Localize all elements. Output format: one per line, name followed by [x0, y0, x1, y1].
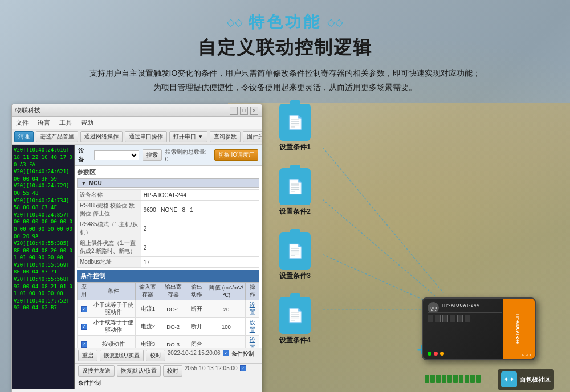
menu-help[interactable]: 帮助	[79, 118, 95, 128]
param-label: RS485规格 校验位 数据位 停止位	[78, 201, 141, 219]
log-entry: V20][10:40:24:621]	[14, 168, 72, 175]
connector	[465, 315, 470, 322]
search-button[interactable]: 搜索	[142, 149, 162, 161]
condition-card-3: 📄 设置条件3	[279, 232, 311, 281]
port-button[interactable]: 通过串口操作	[125, 131, 167, 142]
description: 支持用户自主设置触发IO变化的条件，用户只需简单修改条件控制寄存器的相关参数，即…	[28, 66, 542, 95]
terminal	[425, 375, 429, 383]
condition-card-4: 📄 设置条件4	[279, 297, 311, 345]
menu-language[interactable]: 语言	[36, 118, 52, 128]
log-entry: 00 00 04 3F 59	[14, 175, 72, 183]
calibrate2-button[interactable]: 校时	[163, 365, 182, 377]
clear-button[interactable]: 清理	[14, 131, 34, 142]
terminal-blocks	[425, 375, 481, 383]
main-panel: 设备 搜索 搜索到的总数量: 0 切换 IO调度厂 参数区 ▼ MCU	[75, 145, 262, 389]
terminal	[442, 375, 446, 383]
param-value: 2	[141, 219, 259, 238]
terminal	[436, 375, 441, 383]
svg-line-0	[323, 148, 443, 293]
table-row: RS485模式（1.主机/从机） 2	[78, 219, 259, 238]
condition-control-checkbox[interactable]	[223, 350, 229, 356]
table-row: Modbus地址 17	[78, 257, 259, 268]
product-button[interactable]: 进选产品首里	[36, 131, 78, 142]
condition-control2-checkbox[interactable]	[240, 365, 246, 371]
log-entry: V20][10:40:55:568]	[14, 276, 72, 283]
mcu-section-header: ▼ MCU	[77, 178, 259, 188]
io-switch-button[interactable]: 切换 IO调度厂	[214, 149, 258, 161]
desc-line2: 为项目管理提供便捷性，令设备使用起来更灵活，从而适用更多场景需要。	[153, 83, 417, 92]
param-label: 组止供件状态（1.一直供成2.断路时、断电）	[78, 238, 141, 257]
table-header-row: 应用 条件 输入寄存器 输出寄存器 输出动作 阈值 (mA/mV/℃) 操作	[78, 283, 259, 300]
row-input: 电流3	[136, 336, 160, 348]
send-config-button[interactable]: 设搜并发送	[78, 365, 115, 377]
checkbox[interactable]	[81, 324, 87, 330]
query-button[interactable]: 查询参数	[210, 131, 241, 142]
feature-title: 特色功能	[249, 11, 321, 33]
terminal	[470, 375, 475, 383]
card-icon-2: 📄	[279, 168, 311, 205]
checkbox[interactable]	[81, 306, 87, 312]
mcu-expand-icon: ▼	[81, 180, 87, 186]
row-input: 电流1	[136, 300, 160, 318]
terminal	[447, 375, 452, 383]
network-button[interactable]: 通过网络操作	[80, 131, 123, 142]
window-buttons: ─ □ ×	[230, 107, 258, 115]
close-button[interactable]: ×	[250, 107, 258, 115]
svg-line-1	[323, 200, 438, 299]
menu-file[interactable]: 文件	[14, 118, 30, 128]
checkbox[interactable]	[81, 341, 87, 348]
row-config: 设置	[246, 336, 259, 348]
community-badge: ✦✦ 面包板社区	[498, 369, 554, 390]
document-icon-2: 📄	[287, 179, 304, 195]
row-apply	[78, 336, 91, 348]
params-title: 参数区	[77, 168, 259, 177]
row-condition: 按顿动作	[91, 336, 135, 348]
bottom-toolbar: 重启 恢复默认/实置 校时 2022-10-12 15:20:06 条件控制	[75, 348, 262, 363]
connector	[435, 315, 441, 322]
community-icon: ✦✦	[503, 375, 515, 383]
firmware-button[interactable]: 固件升级	[243, 131, 262, 142]
restore2-button[interactable]: 恢复默认/仪置	[117, 365, 161, 377]
open-port-button[interactable]: 打开串口 ▼	[169, 131, 207, 142]
calibrate-button[interactable]: 校时	[146, 350, 165, 361]
log-entry: V20][10:40:55:569]	[14, 262, 72, 269]
condition-cards: 📄 设置条件1 📄 设置条件2 📄 设置条件3	[279, 104, 311, 345]
col-apply: 应用	[78, 283, 91, 300]
maximize-button[interactable]: □	[240, 107, 248, 115]
card-icon-3: 📄	[279, 232, 311, 270]
timestamp: 2022-10-12 15:20:06	[168, 350, 221, 361]
log-entry: 8E 00 04 A3 71	[14, 268, 72, 276]
led-green	[427, 352, 431, 356]
timestamp2: 2055-10-13 12:05:00	[185, 365, 238, 377]
bottom-toolbar2: 设搜并发送 恢复默认/仪置 校时 2055-10-13 12:05:00 条件控…	[75, 363, 262, 389]
document-icon-1: 📄	[287, 115, 304, 130]
row-input: 电流2	[136, 318, 160, 336]
row-apply	[78, 300, 91, 318]
device-row: 设备 搜索 搜索到的总数量: 0 切换 IO调度厂	[75, 145, 262, 166]
page-content: ◇◇ 特色功能 ◇◇ 自定义联动控制逻辑 支持用户自主设置触发IO变化的条件，用…	[0, 0, 570, 392]
main-toolbar: 清理 进选产品首里 通过网络操作 通过串口操作 打开串口 ▼ 查询参数 固件升级	[12, 129, 262, 145]
terminal	[459, 375, 463, 383]
restore-button[interactable]: 恢复默认/实置	[100, 350, 144, 361]
device-indicators	[427, 352, 444, 356]
device-divider	[427, 312, 502, 313]
row-apply	[78, 318, 91, 336]
terminal	[430, 375, 435, 383]
log-entry: 00 00 00 00 00 00 00 00 00 00 00 00 00	[14, 218, 72, 232]
log-entry: V20][10:40:57:752]	[14, 297, 72, 305]
device-select[interactable]	[94, 150, 139, 160]
restart-button[interactable]: 重启	[78, 350, 97, 361]
device-top-logo: QQ	[427, 302, 439, 313]
minimize-button[interactable]: ─	[230, 107, 238, 115]
log-entry: 92 00 04 62 B7	[14, 304, 72, 312]
menu-tools[interactable]: 工具	[58, 118, 74, 128]
param-label: Modbus地址	[78, 257, 141, 268]
document-icon-4: 📄	[287, 308, 304, 324]
log-entry: 92 00 04 08 21 01 01 01 00 00 00 00	[14, 283, 72, 297]
row-output: DO-3	[160, 336, 186, 348]
mcu-param-table: 设备名称 HP-A IOCAT-244 RS485规格 校验位 数据位 停止位 …	[77, 189, 259, 268]
device-logo-circle: QQ	[427, 302, 439, 313]
header-section: ◇◇ 特色功能 ◇◇ 自定义联动控制逻辑 支持用户自主设置触发IO变化的条件，用…	[0, 0, 570, 99]
software-title: 物联科技	[15, 106, 40, 115]
row-output: DO-2	[160, 318, 186, 336]
